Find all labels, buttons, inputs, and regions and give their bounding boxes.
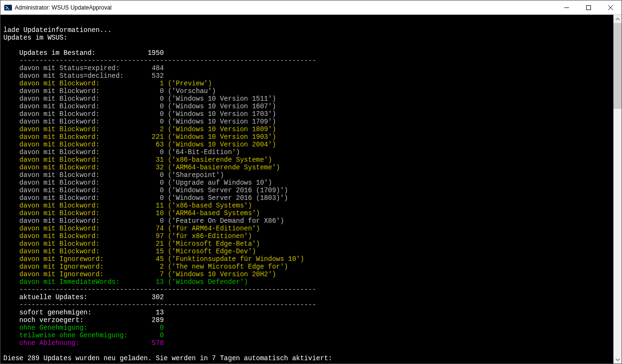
window-title: Administrator: WSUS UpdateApproval	[15, 4, 556, 11]
scroll-down-button[interactable]	[613, 355, 622, 364]
titlebar[interactable]: Administrator: WSUS UpdateApproval	[0, 0, 622, 15]
window-controls	[556, 0, 622, 14]
content-area: lade Updateinformationen... Updates im W…	[0, 15, 622, 364]
svg-rect-3	[587, 5, 591, 10]
console-output[interactable]: lade Updateinformationen... Updates im W…	[0, 15, 613, 364]
close-button[interactable]	[600, 0, 622, 14]
vertical-scrollbar[interactable]	[613, 15, 622, 364]
minimize-button[interactable]	[556, 0, 578, 14]
maximize-button[interactable]	[578, 0, 600, 14]
scroll-thumb[interactable]	[613, 23, 622, 109]
powershell-icon	[4, 4, 12, 11]
app-window: Administrator: WSUS UpdateApproval lade …	[0, 0, 622, 364]
scroll-up-button[interactable]	[613, 15, 622, 23]
